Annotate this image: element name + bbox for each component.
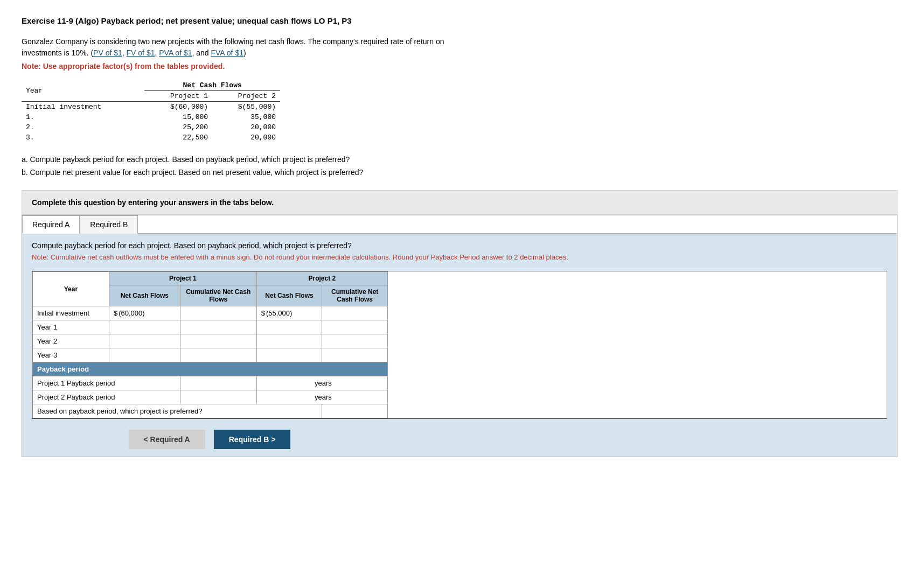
p2-ncf-y3-input[interactable] [261,351,318,359]
answer-table: Year Project 1 Project 2 Net Cash Flows … [32,271,388,418]
pv-link[interactable]: PV of $1 [93,48,122,57]
answer-table-wrapper: Year Project 1 Project 2 Net Cash Flows … [32,271,887,419]
cum-col2-header: Cumulative Net Cash Flows [322,285,388,306]
p2-ncf-y1-input[interactable] [261,323,318,331]
p1-cum-init-input[interactable] [185,309,252,317]
p1-ncf-y3[interactable] [109,348,180,362]
proj1-payback-input[interactable] [185,379,252,387]
p2-cum-y2-input[interactable] [326,337,383,345]
cum-col1-header: Cumulative Net Cash Flows [180,285,256,306]
tabs-container: Required A Required B Compute payback pe… [22,215,897,458]
proj2-years-cell: years [256,390,387,404]
row-p2-init: $(55,000) [212,102,280,113]
data-table: Year Net Cash Flows Project 1 Project 2 … [22,80,280,143]
proj2-years-label: years [315,393,332,401]
p2-cum-init[interactable] [322,306,388,320]
table-row-year3: Year 3 [33,348,388,362]
table-row: 2. 25,200 20,000 [22,122,280,132]
row-label-3: 3. [22,132,144,143]
table-row: 3. 22,500 20,000 [22,132,280,143]
tab-note-red: Note: Cumulative net cash outflows must … [32,252,887,263]
proj1-years-label: years [315,379,332,387]
p2-cum-init-input[interactable] [326,309,383,317]
p2-ncf-y3[interactable] [256,348,322,362]
pva-link[interactable]: PVA of $1 [159,48,192,57]
table-row: 1. 15,000 35,000 [22,112,280,122]
row-label-init: Initial investment [33,306,109,320]
next-button[interactable]: Required B > [214,430,291,449]
ncf-col1-header: Net Cash Flows [109,285,180,306]
intro-text-1: Gonzalez Company is considering two new … [22,37,444,46]
p1-cum-y1[interactable] [180,320,256,334]
project1-header: Project 1 [109,272,256,285]
year-header: Year [33,272,109,306]
p2-cum-y3[interactable] [322,348,388,362]
preferred-input-cell[interactable] [322,404,388,418]
fv-link[interactable]: FV of $1 [127,48,155,57]
p1-ncf-y2[interactable] [109,334,180,348]
p1-cum-y1-input[interactable] [185,323,252,331]
p1-ncf-y2-input[interactable] [114,337,176,345]
intro-line1: Gonzalez Company is considering two new … [22,36,897,59]
tab-a-content: Compute payback period for each project.… [22,234,897,457]
p2-ncf-y2[interactable] [256,334,322,348]
p2-cum-y1[interactable] [322,320,388,334]
proj1-payback-input-cell[interactable] [180,376,256,390]
tab-required-b[interactable]: Required B [80,215,138,234]
preferred-input[interactable] [326,407,383,415]
row-p1-2: 25,200 [144,122,212,132]
proj2-payback-label: Project 2 Payback period [33,390,180,404]
row-label-year3: Year 3 [33,348,109,362]
dollar-sign-p2: $ [261,309,265,317]
row-label-1: 1. [22,112,144,122]
p1-ncf-init-value: (60,000) [119,309,144,317]
proj2-payback-input[interactable] [185,393,252,401]
row-label-year1: Year 1 [33,320,109,334]
table-row-year2: Year 2 [33,334,388,348]
row-p1-init: $(60,000) [144,102,212,113]
payback-period-header-row: Payback period [33,362,388,376]
row-label-year2: Year 2 [33,334,109,348]
p2-ncf-init: $ (55,000) [256,306,322,320]
prev-button[interactable]: < Required A [129,430,205,449]
tab-required-a[interactable]: Required A [22,215,80,234]
p1-ncf-y1[interactable] [109,320,180,334]
p1-cum-y3[interactable] [180,348,256,362]
p1-cum-y3-input[interactable] [185,351,252,359]
proj1-years-cell: years [256,376,387,390]
row-p2-2: 20,000 [212,122,280,132]
preferred-label: Based on payback period, which project i… [33,404,322,418]
p1-ncf-y3-input[interactable] [114,351,176,359]
p2-cum-y2[interactable] [322,334,388,348]
proj2-payback-input-cell[interactable] [180,390,256,404]
proj1-col-header: Project 1 [144,91,212,102]
complete-box: Complete this question by entering your … [22,190,897,215]
tab-instruction: Compute payback period for each project.… [32,241,887,250]
exercise-title: Exercise 11-9 (Algo) Payback period; net… [22,16,897,25]
row-label-2: 2. [22,122,144,132]
payback-period-label: Payback period [33,362,388,376]
p1-cum-y2-input[interactable] [185,337,252,345]
p2-cum-y1-input[interactable] [326,323,383,331]
p1-ncf-y1-input[interactable] [114,323,176,331]
p1-ncf-init: $ (60,000) [109,306,180,320]
tabs-bar: Required A Required B [22,215,897,234]
table-row-year1: Year 1 [33,320,388,334]
question-b: b. Compute net present value for each pr… [22,166,897,179]
p2-cum-y3-input[interactable] [326,351,383,359]
year-col-header: Year [22,80,144,102]
nav-buttons: < Required A Required B > [32,430,387,449]
p2-ncf-y1[interactable] [256,320,322,334]
net-cash-flows-header: Net Cash Flows [144,80,280,91]
data-table-wrapper: Year Net Cash Flows Project 1 Project 2 … [22,80,280,143]
p2-ncf-y2-input[interactable] [261,337,318,345]
ncf-col2-header: Net Cash Flows [256,285,322,306]
row-label-init: Initial investment [22,102,144,113]
fva-link[interactable]: FVA of $1 [211,48,243,57]
p1-cum-init[interactable] [180,306,256,320]
proj1-payback-row: Project 1 Payback period years [33,376,388,390]
table-row: Initial investment $(60,000) $(55,000) [22,102,280,113]
intro-text-2: investments is 10%. ( [22,48,93,57]
p1-cum-y2[interactable] [180,334,256,348]
note-red: Note: Use appropriate factor(s) from the… [22,62,897,71]
